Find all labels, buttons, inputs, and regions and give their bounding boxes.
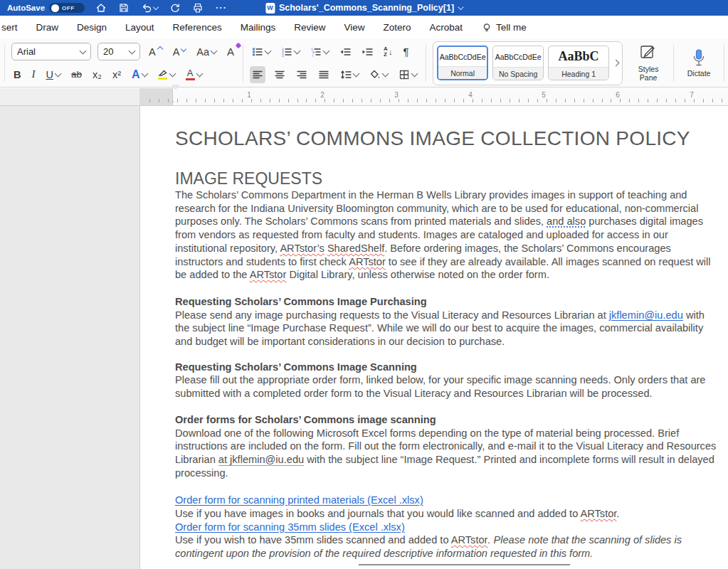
underline-button[interactable]: U [43,66,62,83]
highlight-button[interactable] [156,66,177,83]
tab-references[interactable]: References [164,22,231,33]
paragraph-group: 123 1ai AZ ↓ ¶ [243,43,426,83]
save-button[interactable] [118,2,130,14]
tab-zotero[interactable]: Zotero [374,22,420,33]
hyperlink[interactable]: at jkflemin@iu.edu [218,454,304,466]
bullets-button[interactable] [250,43,273,60]
shading-button[interactable] [367,66,390,83]
document-page[interactable]: SCHOLARS’ COMMONS IMAGE COLLECTION POLIC… [139,106,728,569]
text-segment: Please send any image purchasing request… [175,309,609,321]
hyperlink[interactable]: Order form for scanning 35mm slides (Exc… [175,521,405,533]
font-group: Arial 20 A A Aa A B I U ab x₂ x² A [5,43,243,83]
align-left-icon [252,69,263,80]
tell-me-button[interactable]: Tell me [472,22,536,33]
slides-description[interactable]: Use if you wish to have 35mm slides scan… [175,533,719,560]
tab-design[interactable]: Design [68,22,116,33]
purchasing-paragraph[interactable]: Please send any image purchasing request… [175,309,719,349]
intro-paragraph[interactable]: The Scholars’ Commons Department in the … [175,188,719,282]
home-button[interactable] [95,2,107,14]
borders-button[interactable] [396,66,419,83]
style-no-spacing-preview: AaBbCcDdEe [493,46,543,67]
style-no-spacing[interactable]: AaBbCcDdEe No Spacing [492,46,544,80]
svg-text:3: 3 [282,53,284,57]
chevron-down-icon [141,70,148,77]
styles-gallery-more-chevron-icon[interactable] [613,60,620,67]
chevron-down-icon [129,47,136,54]
shrink-font-button[interactable]: A [171,43,189,60]
bold-button[interactable]: B [11,66,23,83]
font-name-combobox[interactable]: Arial [11,43,91,60]
tab-mailings[interactable]: Mailings [231,22,285,33]
style-normal[interactable]: AaBbCcDdEe Normal [437,46,488,80]
superscript-button[interactable]: x² [110,66,123,83]
clear-formatting-glyph: A [227,46,234,58]
paint-bucket-icon [369,69,381,80]
align-right-icon [296,69,307,80]
font-color-button[interactable]: A [184,66,204,83]
order-form-link-slides[interactable]: Order form for scanning 35mm slides (Exc… [175,521,719,534]
clear-formatting-button[interactable]: A [225,43,236,60]
decrease-indent-button[interactable] [337,43,353,60]
svg-text:i: i [312,53,313,57]
text-effects-button[interactable]: A [130,66,149,83]
tab-acrobat[interactable]: Acrobat [421,22,473,33]
ruler-ticks [149,99,727,102]
tell-me-label: Tell me [496,22,527,33]
tab-review[interactable]: Review [285,22,334,33]
more-commands-button[interactable]: ⋯ [215,2,227,14]
style-heading1[interactable]: AaBbC Heading 1 [548,46,609,80]
multilevel-list-button[interactable]: 1ai [308,43,331,60]
print-button[interactable] [192,2,204,14]
style-heading1-label: Heading 1 [549,67,608,80]
align-left-button[interactable] [250,66,265,83]
order-form-link-printed[interactable]: Order form for scanning printed material… [175,494,719,507]
show-formatting-button[interactable]: ¶ [401,43,411,60]
caret-down-icon [181,46,186,52]
italic-button[interactable]: I [29,66,37,83]
printed-materials-description[interactable]: Use if you have images in books and jour… [175,507,719,521]
grow-font-button[interactable]: A [147,43,164,60]
heading-image-scanning[interactable]: Requesting Scholars’ Commons Image Scann… [175,361,719,374]
document-title[interactable]: Scholars'_Commons_Scanning_Policy[1] [279,3,454,13]
undo-dropdown-chevron-icon[interactable] [153,4,159,9]
align-right-button[interactable] [294,66,310,83]
align-center-button[interactable] [272,66,287,83]
order-forms-paragraph[interactable]: Download one of the following Microsoft … [175,427,719,480]
decrease-indent-icon [339,46,351,58]
increase-indent-button[interactable] [359,43,375,60]
redo-button[interactable] [169,2,181,14]
tab-layout[interactable]: Layout [116,22,164,33]
font-size-combobox[interactable]: 20 [97,43,140,60]
document-main-title[interactable]: SCHOLARS’ COMMONS IMAGE COLLECTION POLIC… [175,127,719,150]
horizontal-ruler[interactable]: 1 2 3 4 5 6 7 [0,88,728,106]
undo-button[interactable] [141,2,158,14]
section-heading-image-requests[interactable]: IMAGE REQUESTS [175,169,719,188]
chevron-down-icon [411,70,418,77]
tab-draw[interactable]: Draw [27,22,68,33]
word-document-icon: W [265,3,275,14]
heading-order-forms[interactable]: Order forms for Scholars’ Commons image … [175,413,719,427]
hyperlink[interactable]: Order form for scanning printed material… [175,494,423,506]
scanning-paragraph[interactable]: Please fill out the appropriate order fo… [175,373,719,400]
heading-image-purchasing[interactable]: Requesting Scholars’ Commons Image Purch… [175,295,719,309]
justify-button[interactable] [316,66,332,83]
text-segment: Use if you wish to have 35mm slides scan… [175,534,451,546]
sort-button[interactable]: AZ ↓ [381,43,394,60]
chevron-down-icon [382,70,389,77]
strikethrough-button[interactable]: ab [69,66,84,83]
style-normal-preview: AaBbCcDdEe [438,47,487,66]
title-dropdown-chevron-icon[interactable] [458,4,463,9]
ruler-number: 5 [542,91,546,99]
subscript-button[interactable]: x₂ [90,66,104,83]
change-case-button[interactable]: Aa [194,43,218,60]
tab-insert[interactable]: sert [0,22,27,33]
numbering-button[interactable]: 123 [279,43,302,60]
styles-pane-button[interactable]: Styles Pane [630,44,667,82]
home-icon [95,2,107,14]
styles-gallery: AaBbCcDdEe Normal AaBbCcDdEe No Spacing … [433,41,623,85]
tab-view[interactable]: View [334,22,374,33]
hyperlink[interactable]: jkflemin@iu.edu [609,309,683,321]
dictate-button[interactable]: Dictate [680,48,717,78]
autosave-toggle[interactable]: OFF [49,3,85,13]
line-spacing-button[interactable] [338,66,361,83]
